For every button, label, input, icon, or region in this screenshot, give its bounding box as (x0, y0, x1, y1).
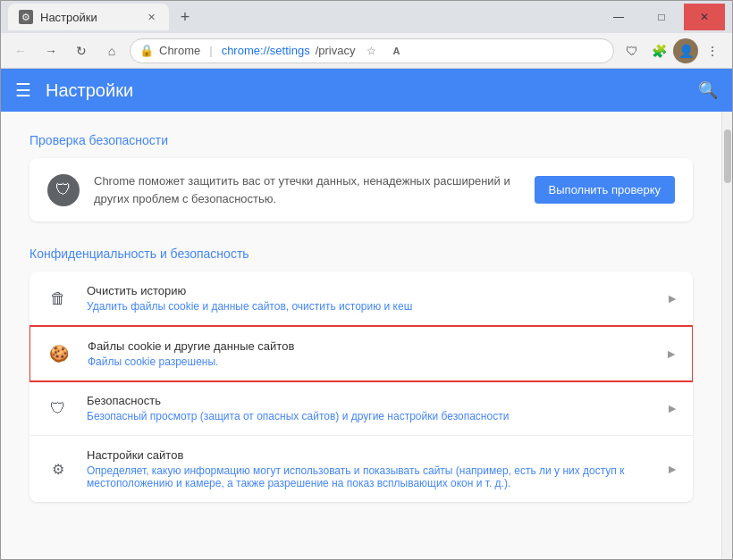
tab-close-button[interactable]: ✕ (144, 10, 158, 24)
clear-history-chevron: ► (666, 291, 678, 305)
hamburger-menu-icon[interactable]: ☰ (15, 79, 31, 101)
security-item-desc: Безопасный просмотр (защита от опасных с… (87, 410, 652, 422)
security-check-icon: 🛡 (47, 174, 80, 206)
clear-history-icon: 🗑 (44, 284, 72, 313)
secure-icon: 🔒 (139, 44, 154, 58)
cookies-chevron: ► (665, 347, 678, 361)
url-path-blue: chrome://settings (222, 44, 310, 57)
url-separator: | (209, 44, 212, 57)
maximize-button[interactable]: □ (641, 4, 682, 30)
site-settings-icon: ⚙ (44, 455, 72, 483)
cookies-item[interactable]: 🍪 Файлы cookie и другие данные сайтов Фа… (29, 325, 693, 382)
reload-button[interactable]: ↻ (69, 38, 94, 63)
url-path-rest: /privacy (316, 44, 356, 57)
cookies-title: Файлы cookie и другие данные сайтов (88, 339, 651, 353)
site-settings-desc: Определяет, какую информацию могут испол… (87, 464, 652, 489)
window-controls: — □ ✕ (598, 4, 725, 30)
privacy-section-title: Конфиденциальность и безопасность (29, 247, 693, 261)
browser-window: ⚙ Настройки ✕ + — □ ✕ ← → ↻ ⌂ 🔒 Chrome |… (0, 0, 733, 560)
scrollbar[interactable] (721, 112, 732, 559)
toolbar-right: 🛡 🧩 👤 ⋮ (619, 38, 725, 63)
active-tab[interactable]: ⚙ Настройки ✕ (8, 4, 169, 30)
cookies-icon: 🍪 (45, 339, 73, 368)
tab-favicon: ⚙ (19, 10, 33, 24)
new-tab-button[interactable]: + (173, 4, 198, 29)
home-button[interactable]: ⌂ (99, 38, 124, 63)
header-search-icon[interactable]: 🔍 (698, 80, 718, 100)
url-site-text: Chrome (159, 44, 200, 57)
clear-history-text: Очистить историю Удалить файлы cookie и … (87, 284, 652, 313)
security-item-text: Безопасность Безопасный просмотр (защита… (87, 394, 652, 422)
tab-title: Настройки (40, 11, 97, 24)
close-button[interactable]: ✕ (684, 4, 725, 30)
title-bar: ⚙ Настройки ✕ + — □ ✕ (1, 1, 732, 33)
cookies-text: Файлы cookie и другие данные сайтов Файл… (88, 339, 651, 368)
url-actions: ☆ A (360, 40, 407, 62)
scrollbar-thumb[interactable] (724, 130, 731, 183)
security-check-section-title: Проверка безопасности (29, 133, 693, 147)
site-settings-item[interactable]: ⚙ Настройки сайтов Определяет, какую инф… (29, 436, 693, 502)
chrome-menu-button[interactable]: ⋮ (700, 38, 725, 63)
extensions-button[interactable]: 🧩 (646, 38, 671, 63)
security-chevron: ► (666, 401, 678, 415)
bookmark-button[interactable]: ☆ (360, 40, 382, 62)
security-item-title: Безопасность (87, 394, 652, 407)
privacy-section: Конфиденциальность и безопасность 🗑 Очис… (29, 247, 693, 502)
site-settings-text: Настройки сайтов Определяет, какую инфор… (87, 448, 652, 489)
security-item[interactable]: 🛡 Безопасность Безопасный просмотр (защи… (29, 381, 693, 436)
clear-history-title: Очистить историю (87, 284, 652, 297)
cookies-desc: Файлы cookie разрешены. (88, 355, 651, 368)
security-check-text: Chrome поможет защитить вас от утечки да… (94, 172, 520, 207)
app-header: ☰ Настройки 🔍 (1, 69, 732, 112)
site-settings-title: Настройки сайтов (87, 448, 652, 462)
page-title: Настройки (46, 80, 684, 101)
main-content: Проверка безопасности 🛡 Chrome поможет з… (1, 112, 721, 559)
security-item-icon: 🛡 (44, 394, 72, 422)
address-bar: ← → ↻ ⌂ 🔒 Chrome | chrome://settings /pr… (1, 33, 732, 69)
shield-button[interactable]: 🛡 (619, 38, 645, 63)
minimize-button[interactable]: — (598, 4, 639, 30)
content-wrapper: Проверка безопасности 🛡 Chrome поможет з… (1, 112, 732, 559)
forward-button[interactable]: → (38, 38, 63, 63)
run-check-button[interactable]: Выполнить проверку (535, 176, 675, 204)
back-button[interactable]: ← (8, 38, 33, 63)
clear-history-item[interactable]: 🗑 Очистить историю Удалить файлы cookie … (29, 272, 693, 326)
security-check-card: 🛡 Chrome поможет защитить вас от утечки … (29, 158, 693, 221)
url-bar[interactable]: 🔒 Chrome | chrome://settings /privacy ☆ … (130, 38, 614, 63)
translate-button[interactable]: A (385, 40, 407, 62)
site-settings-chevron: ► (666, 462, 678, 476)
profile-avatar[interactable]: 👤 (673, 38, 698, 63)
privacy-list: 🗑 Очистить историю Удалить файлы cookie … (29, 272, 693, 502)
clear-history-desc: Удалить файлы cookie и данные сайтов, оч… (87, 300, 652, 313)
